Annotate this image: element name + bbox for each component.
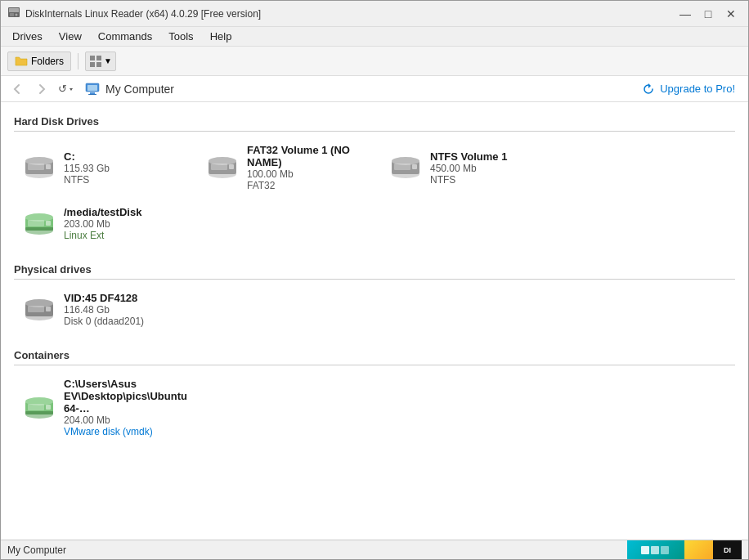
maximize-button[interactable]: □ bbox=[697, 3, 719, 25]
menu-item-help[interactable]: Help bbox=[202, 29, 240, 44]
drive-size: 100.00 Mb bbox=[247, 168, 368, 180]
title-bar: DiskInternals Linux Reader (x64) 4.0.29 … bbox=[1, 1, 748, 27]
drive-info: VID:45 DF4128116.48 GbDisk 0 (ddaad201) bbox=[64, 292, 144, 327]
status-text: My Computer bbox=[7, 544, 66, 556]
drive-name: C: bbox=[64, 150, 110, 163]
menu-item-commands[interactable]: Commands bbox=[90, 29, 160, 44]
drive-name: C:\Users\Asus EV\Desktop\pics\Ubuntu 64-… bbox=[64, 378, 187, 414]
svg-rect-37 bbox=[46, 307, 51, 311]
svg-rect-42 bbox=[46, 405, 51, 410]
svg-rect-46 bbox=[661, 546, 669, 554]
svg-rect-32 bbox=[25, 227, 53, 231]
nav-left: ↺ My Computer bbox=[7, 79, 174, 99]
svg-rect-45 bbox=[651, 546, 659, 554]
drive-info: C:115.93 GbNTFS bbox=[64, 150, 110, 186]
svg-rect-5 bbox=[96, 56, 101, 60]
svg-rect-10 bbox=[90, 92, 95, 94]
path-area: My Computer bbox=[84, 81, 174, 97]
menu-bar: DrivesViewCommandsToolsHelp bbox=[1, 27, 748, 47]
drive-grid-hard-disk-drives: C:115.93 GbNTFS FAT32 Volume 1 (NO NAME)… bbox=[14, 138, 735, 247]
drive-name: /media/testDisk bbox=[64, 206, 141, 218]
drive-icon bbox=[23, 151, 56, 184]
svg-point-3 bbox=[16, 14, 18, 16]
view-dropdown-arrow: ▼ bbox=[104, 56, 112, 65]
folders-button[interactable]: Folders bbox=[7, 52, 71, 71]
app-icon bbox=[7, 6, 20, 21]
path-label: My Computer bbox=[105, 83, 174, 96]
svg-rect-36 bbox=[28, 306, 44, 312]
folders-label: Folders bbox=[31, 56, 64, 67]
drive-info: /media/testDisk203.00 MbLinux Ext bbox=[64, 206, 141, 241]
svg-rect-11 bbox=[88, 94, 96, 95]
drive-size: 116.48 Gb bbox=[64, 304, 144, 316]
drive-type: VMware disk (vmdk) bbox=[64, 426, 187, 437]
drive-icon bbox=[389, 151, 422, 184]
section-header-containers: Containers bbox=[14, 343, 735, 365]
menu-item-view[interactable]: View bbox=[51, 29, 90, 44]
drive-item[interactable]: FAT32 Volume 1 (NO NAME)100.00 MbFAT32 bbox=[197, 138, 377, 197]
status-logo: DI bbox=[627, 540, 742, 560]
svg-rect-21 bbox=[229, 164, 234, 169]
upgrade-button[interactable]: Upgrade to Pro! bbox=[635, 80, 742, 98]
drive-type: NTFS bbox=[430, 174, 507, 186]
drive-icon bbox=[206, 151, 239, 184]
drive-size: 450.00 Mb bbox=[430, 163, 507, 174]
svg-rect-25 bbox=[394, 164, 410, 170]
title-buttons: — □ ✕ bbox=[675, 3, 742, 25]
svg-rect-9 bbox=[87, 85, 97, 91]
svg-rect-31 bbox=[46, 221, 51, 226]
drive-item[interactable]: C:115.93 GbNTFS bbox=[14, 138, 194, 197]
drive-size: 115.93 Gb bbox=[64, 163, 110, 174]
svg-rect-7 bbox=[96, 62, 101, 67]
toolbar-separator bbox=[78, 53, 78, 69]
drive-item[interactable]: C:\Users\Asus EV\Desktop\pics\Ubuntu 64-… bbox=[14, 372, 194, 443]
drive-icon bbox=[23, 392, 56, 424]
drive-info: NTFS Volume 1450.00 MbNTFS bbox=[430, 150, 507, 186]
view-dropdown[interactable]: ▼ bbox=[85, 52, 116, 71]
history-button[interactable]: ↺ bbox=[56, 79, 76, 99]
status-bar: My Computer DI bbox=[1, 540, 748, 559]
drive-type: Disk 0 (ddaad201) bbox=[64, 316, 144, 327]
drive-name: FAT32 Volume 1 (NO NAME) bbox=[247, 144, 368, 168]
drive-type: FAT32 bbox=[247, 180, 368, 191]
drive-item[interactable]: VID:45 DF4128116.48 GbDisk 0 (ddaad201) bbox=[14, 286, 194, 333]
drive-type: NTFS bbox=[64, 174, 110, 186]
menu-item-tools[interactable]: Tools bbox=[160, 29, 201, 44]
svg-rect-30 bbox=[28, 220, 44, 226]
drive-grid-containers: C:\Users\Asus EV\Desktop\pics\Ubuntu 64-… bbox=[14, 372, 735, 443]
toolbar: Folders ▼ bbox=[1, 47, 748, 76]
minimize-button[interactable]: — bbox=[675, 3, 696, 25]
drive-grid-physical-drives: VID:45 DF4128116.48 GbDisk 0 (ddaad201) bbox=[14, 286, 735, 333]
app-title: DiskInternals Linux Reader (x64) 4.0.29 … bbox=[25, 8, 261, 20]
menu-item-drives[interactable]: Drives bbox=[4, 29, 51, 44]
drive-size: 204.00 Mb bbox=[64, 414, 187, 426]
drive-info: C:\Users\Asus EV\Desktop\pics\Ubuntu 64-… bbox=[64, 378, 187, 437]
svg-rect-4 bbox=[90, 56, 95, 60]
title-left: DiskInternals Linux Reader (x64) 4.0.29 … bbox=[7, 6, 261, 21]
close-button[interactable]: ✕ bbox=[720, 3, 742, 25]
nav-bar: ↺ My Computer Upgrade to Pro! bbox=[1, 76, 748, 102]
drive-size: 203.00 Mb bbox=[64, 218, 141, 230]
forward-button[interactable] bbox=[32, 79, 52, 99]
svg-rect-6 bbox=[90, 62, 95, 67]
svg-rect-20 bbox=[211, 164, 227, 170]
svg-rect-1 bbox=[9, 8, 19, 12]
drive-icon bbox=[23, 208, 56, 240]
svg-rect-43 bbox=[25, 411, 53, 414]
svg-rect-16 bbox=[46, 164, 51, 169]
content-area: Hard Disk Drives C:115.93 GbNTFS FAT32 V… bbox=[1, 102, 748, 540]
drive-item[interactable]: NTFS Volume 1450.00 MbNTFS bbox=[380, 138, 560, 197]
section-header-physical-drives: Physical drives bbox=[14, 257, 735, 280]
drive-name: NTFS Volume 1 bbox=[430, 150, 507, 163]
upgrade-label: Upgrade to Pro! bbox=[660, 83, 735, 95]
back-button[interactable] bbox=[7, 79, 27, 99]
drive-icon bbox=[23, 293, 56, 326]
drive-item[interactable]: /media/testDisk203.00 MbLinux Ext bbox=[14, 200, 194, 247]
svg-rect-2 bbox=[10, 13, 14, 16]
drive-name: VID:45 DF4128 bbox=[64, 292, 144, 304]
svg-rect-41 bbox=[28, 404, 44, 410]
section-header-hard-disk-drives: Hard Disk Drives bbox=[14, 109, 735, 132]
svg-rect-15 bbox=[28, 164, 44, 170]
computer-icon bbox=[84, 81, 101, 97]
drive-info: FAT32 Volume 1 (NO NAME)100.00 MbFAT32 bbox=[247, 144, 368, 191]
